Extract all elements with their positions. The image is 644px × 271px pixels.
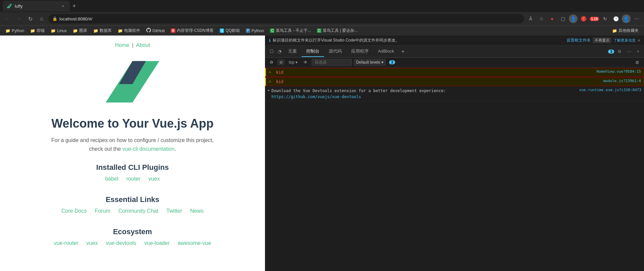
extension2-button[interactable]: 1.10 (590, 14, 599, 23)
vue-loader-link[interactable]: vue-loader (144, 240, 170, 246)
devtools-close-button[interactable]: × (635, 48, 641, 55)
console-source-3[interactable]: vue.runtime.esm.js?c320:8473 (579, 88, 641, 92)
new-tab-button[interactable]: + (70, 3, 79, 10)
tab-close-button[interactable]: × (60, 3, 66, 9)
levels-label: Default levels (356, 60, 380, 65)
prohibit-icon: ⊘ (279, 60, 283, 65)
console-source-1[interactable]: HomeView.vue?9584:15 (597, 69, 641, 74)
history-button[interactable]: 🕐 (611, 14, 621, 23)
essential-links-title: Essential Links (106, 195, 159, 204)
devtools-info-bar: ℹ 标识项目的根文件夹以打开Visual Studio Code中的源文件并同步… (265, 36, 644, 46)
set-root-folder-button[interactable]: 设置根文件夹 (567, 38, 591, 43)
info-bar-close-button[interactable]: × (638, 38, 640, 43)
security-icon: 🔒 (52, 16, 57, 21)
add-tab-button[interactable]: + (399, 47, 407, 56)
eye-icon: 👁 (304, 60, 308, 65)
news-link[interactable]: News (190, 208, 204, 214)
desc-end: . (174, 146, 176, 152)
bookmark-github[interactable]: GitHub (144, 27, 167, 34)
bookmark-qq[interactable]: Q QQ邮箱 (217, 27, 243, 34)
bookmark-csdn[interactable]: A 内容管理-CSDN博客 (168, 27, 216, 34)
no-show-button[interactable]: 不再显示 (593, 38, 611, 43)
bookmark-label: 前端 (37, 28, 45, 33)
bookmark-folder-icon: 📁 (73, 28, 78, 33)
bookmark-software[interactable]: 📁 电脑软件 (115, 27, 143, 34)
screenshot-button[interactable]: ▢ (558, 14, 568, 23)
other-bookmarks-folder[interactable]: 📁 其他收藏夹 (609, 27, 641, 34)
home-button[interactable]: ⌂ (37, 14, 46, 23)
favorites-button[interactable]: ☆ (537, 14, 546, 23)
desc-line1: For a guide and recipes on how to config… (51, 137, 214, 143)
vuex-ecosystem-link[interactable]: vuex (87, 240, 98, 246)
top-level-selector[interactable]: top ▾ (287, 59, 300, 65)
console-settings-button[interactable]: ⚙ (633, 59, 641, 66)
menu-button[interactable]: ⋯ (632, 14, 641, 23)
eye-button[interactable]: 👁 (302, 59, 310, 65)
devtools-more-button[interactable]: ⋯ (625, 48, 633, 55)
bookmark-linux[interactable]: 📁 Linux (48, 28, 69, 34)
console-source-2[interactable]: module.js?239b1:4 (603, 79, 641, 83)
about-link[interactable]: About (136, 42, 150, 48)
sync-button[interactable]: ↻ (600, 14, 610, 23)
tab-console[interactable]: 控制台 (302, 46, 324, 57)
home-link[interactable]: Home (115, 42, 129, 48)
log-levels-select[interactable]: Default levels ▾ (354, 59, 386, 66)
devtools-tab-bar: ☐ ◔ 元素 控制台 源代码 应用程序 AdBlock + 3 ⚙ ⋯ × (265, 46, 644, 58)
bookmark-label: 内容管理-CSDN博客 (177, 28, 214, 33)
learn-more-link[interactable]: 了解更多信息 (613, 38, 636, 43)
devtools-info-icon: ℹ (269, 38, 271, 43)
plugins-links: babel router vuex (105, 176, 160, 182)
top-label: top (289, 60, 294, 65)
bookmark-runoob[interactable]: C 菜鸟工具 - 不止于... (267, 27, 314, 34)
clear-console-button[interactable]: ♻ (268, 59, 275, 65)
vue-router-link[interactable]: vue-router (54, 240, 78, 246)
tab-favicon (7, 4, 12, 8)
back-button[interactable]: ← (3, 14, 12, 23)
twitter-link[interactable]: Twitter (166, 208, 182, 214)
console-count-badge: 3 (608, 50, 614, 54)
vuex-link[interactable]: vuex (149, 176, 160, 182)
awesome-vue-link[interactable]: awesome-vue (178, 240, 211, 246)
bookmark-python2[interactable]: P Python (243, 28, 267, 34)
bookmark-label: 数据库 (100, 28, 112, 33)
tab-application[interactable]: 应用程序 (346, 46, 373, 57)
forum-link[interactable]: Forum (95, 208, 110, 214)
console-filter-input[interactable] (312, 59, 352, 66)
address-bar[interactable]: 🔒 localhost:8080/#/ (48, 14, 524, 23)
expand-icon[interactable]: ▸ (268, 88, 270, 92)
github-icon (146, 28, 151, 33)
profiles-button[interactable]: 👤 (569, 14, 578, 23)
runoob-icon: C (270, 28, 274, 33)
tab-sources[interactable]: 源代码 (324, 46, 346, 57)
device-toggle-button[interactable]: ☐ (268, 48, 276, 55)
devtools-settings-button[interactable]: ⚙ (615, 48, 624, 55)
translate-button[interactable]: Ā (526, 14, 535, 23)
console-entry-devtools-msg: ▸ Download the Vue Devtools extension fo… (265, 87, 644, 101)
community-chat-link[interactable]: Community Chat (118, 208, 158, 214)
active-tab[interactable]: luffy × (3, 1, 70, 11)
extension1-button[interactable]: ! (579, 14, 588, 23)
refresh-button[interactable]: ↻ (25, 14, 35, 23)
bookmarks-bar: 📁 Python 📁 前端 📁 Linux 📁 图床 📁 数据库 📁 电脑软件 (0, 25, 644, 36)
vuejs-devtools-link[interactable]: https://github.com/vuejs/vue-devtools (271, 94, 361, 99)
inspect-element-button[interactable]: ◔ (276, 48, 283, 55)
forward-button[interactable]: → (14, 14, 23, 23)
bookmark-frontend[interactable]: 📁 前端 (28, 27, 47, 34)
bookmark-python[interactable]: 📁 Python (3, 28, 27, 34)
nav-separator: | (132, 42, 133, 48)
shield-button[interactable]: ● (547, 14, 557, 23)
bookmark-imgbed[interactable]: 📁 图床 (70, 27, 90, 34)
vue-cli-docs-link[interactable]: vue-cli documentation (122, 146, 175, 152)
babel-link[interactable]: babel (105, 176, 118, 182)
tab-elements[interactable]: 元素 (283, 46, 302, 57)
avatar-button[interactable]: 👤 (622, 14, 631, 23)
tab-title: luffy (15, 4, 23, 9)
tab-adblock[interactable]: AdBlock (373, 47, 399, 56)
bookmark-runoob2[interactable]: C 菜鸟工具 | 爱达杂... (314, 27, 360, 34)
bookmark-db[interactable]: 📁 数据库 (91, 27, 114, 34)
vue-devtools-link[interactable]: vue-devtools (106, 240, 136, 246)
core-docs-link[interactable]: Core Docs (61, 208, 87, 214)
console-devtools-text: Download the Vue Devtools extension for … (271, 88, 576, 100)
router-link[interactable]: router (126, 176, 141, 182)
prohibit-button[interactable]: ⊘ (277, 59, 285, 65)
